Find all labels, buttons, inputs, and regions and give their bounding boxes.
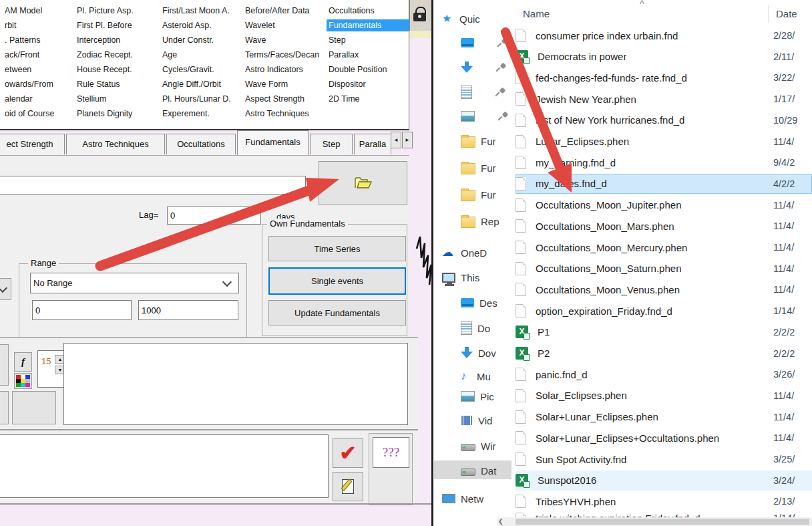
file-name[interactable]: P2 [538, 348, 550, 359]
file-row[interactable]: Occultations_Moon_Saturn.phen11/4/ [516, 259, 812, 279]
menu-item[interactable]: AM Model [3, 5, 44, 17]
menu-item[interactable]: First/Last Moon A. [160, 5, 232, 17]
sidebar-item-fur[interactable]: Fur [461, 133, 496, 149]
file-name[interactable]: my_earning.fnd_d [536, 157, 616, 168]
sidebar-item-fur[interactable]: Fur [461, 186, 496, 203]
file-row[interactable]: consumer price index urbain.fnd2/28/ [516, 25, 812, 45]
menu-item[interactable]: Double Position [327, 63, 389, 76]
menu-item[interactable]: Rule Status [75, 78, 122, 90]
menu-item[interactable]: etween [3, 63, 33, 76]
file-row[interactable]: Occultations_Moon_Venus.phen11/4/ [516, 279, 812, 299]
menu-item[interactable]: alendar [3, 93, 35, 105]
date-column-header[interactable]: Date [776, 8, 797, 19]
menu-item[interactable]: Asteroid Asp. [160, 19, 214, 31]
file-name[interactable]: option_expiration_Friday.fnd_d [536, 305, 672, 317]
scrollbar-thumb[interactable] [516, 519, 809, 525]
file-name[interactable]: P1 [538, 326, 550, 338]
menu-item[interactable]: oid of Course [3, 108, 56, 120]
file-row[interactable]: List of New York hurricanes.fnd_d10/29 [516, 110, 812, 130]
apply-button[interactable]: ✔ [333, 438, 363, 468]
sidebar-item-oned[interactable]: ☁OneD [442, 245, 487, 261]
file-row[interactable]: XSunspot20163/24/ [516, 471, 812, 491]
sidebar-item-do[interactable]: Do [461, 320, 490, 336]
horizontal-scrollbar[interactable]: ❮ [497, 517, 812, 526]
file-name[interactable]: Lunar_Eclipses.phen [536, 136, 629, 147]
file-row[interactable]: Solar+Lunar_Eclipses+Occultations.phen11… [516, 428, 812, 448]
tab-ect-strength[interactable]: ect Strength [0, 134, 65, 154]
menu-item[interactable]: First Pl. Before [75, 19, 134, 31]
file-row[interactable]: XP12/2/2 [516, 322, 812, 342]
file-row[interactable]: fed-changes-fed-funds- rate.fnd_d3/22/ [516, 68, 812, 88]
menu-item[interactable]: Wave [243, 34, 268, 46]
lock-icon[interactable] [413, 7, 427, 23]
file-name[interactable]: Sun Spot Activity.fnd [536, 454, 626, 465]
menu-item[interactable]: Before/After Data [243, 5, 312, 17]
sidebar-item-document[interactable] [461, 84, 505, 100]
sidebar-item-wir[interactable]: Wir [461, 438, 496, 454]
tab-occultations[interactable]: Occultations [166, 134, 236, 154]
sidebar-item-netw[interactable]: Netw [442, 491, 483, 507]
file-name[interactable]: my_dates.fnd_d [536, 178, 607, 189]
sidebar-item-rep[interactable]: Rep [461, 213, 499, 229]
tab-scroll-left-icon[interactable]: ◄ [391, 132, 401, 148]
tab-scroll-right-icon[interactable]: ► [402, 132, 413, 148]
range-from-input[interactable] [32, 300, 132, 320]
sidebar-item-des[interactable]: Des [461, 295, 497, 311]
scroll-left-icon[interactable]: ❮ [498, 518, 503, 525]
file-row[interactable]: Occultations_Moon_Mars.phen11/4/ [516, 216, 812, 236]
menu-item[interactable]: owards/From [3, 78, 55, 90]
update-fundamentals-button[interactable]: Update Fundamentals [268, 300, 406, 325]
menu-item[interactable]: Fundamentals [327, 19, 411, 31]
sidebar-item-downloads[interactable] [461, 59, 505, 76]
menu-item[interactable]: Astro Techniques [243, 108, 311, 120]
file-name[interactable]: Occultations_Moon_Saturn.phen [536, 263, 681, 274]
menu-item[interactable]: Wavelet [243, 19, 277, 31]
menu-item[interactable]: Step [327, 34, 348, 46]
menu-item[interactable]: House Recept. [75, 63, 134, 76]
file-name[interactable]: TribesYHVH.phen [536, 496, 616, 507]
menu-item[interactable]: Occultations [327, 5, 377, 17]
sidebar-item-dov[interactable]: Dov [461, 345, 496, 361]
file-row[interactable]: Jewish New Year.phen1/17/ [516, 89, 812, 109]
column-separator[interactable] [768, 5, 769, 23]
file-name[interactable]: Jewish New Year.phen [536, 94, 636, 105]
notes-panel[interactable] [0, 434, 329, 498]
file-row[interactable]: option_expiration_Friday.fnd_d1/14/ [516, 301, 812, 321]
menu-item[interactable]: Under Constr. [160, 34, 216, 46]
menu-item[interactable]: Zodiac Recept. [75, 49, 135, 61]
sidebar-item-fur[interactable]: Fur [461, 160, 496, 176]
sidebar-item-desktop[interactable] [461, 35, 507, 51]
menu-item[interactable]: Terms/Faces/Decan [243, 49, 321, 61]
function-button[interactable]: f [14, 352, 32, 372]
menu-item[interactable]: . Patterns [3, 34, 43, 46]
file-row[interactable]: my_earning.fnd_d9/4/2 [516, 152, 812, 172]
file-row[interactable]: XP22/2/2 [516, 344, 812, 364]
open-fundamentals-file-button[interactable] [319, 161, 407, 205]
sidebar-item-mu[interactable]: ♪Mu [461, 368, 491, 384]
file-name[interactable]: Occultations_Moon_Mercury.phen [536, 242, 687, 253]
file-name[interactable]: consumer price index urbain.fnd [536, 30, 678, 41]
menu-item[interactable]: Parallax [327, 49, 361, 61]
sidebar-item-quic[interactable]: ★Quic [442, 11, 480, 27]
menu-item[interactable]: Planets Dignity [75, 108, 134, 120]
tab-astro-techniques[interactable]: Astro Techniques [66, 134, 165, 154]
name-column-header[interactable]: Name [523, 8, 550, 19]
clipped-button-top[interactable] [0, 344, 9, 386]
file-row[interactable]: Occultations_Moon_Mercury.phen11/4/ [516, 237, 812, 257]
file-name[interactable]: Democrats in power [538, 51, 626, 62]
file-row[interactable]: my_dates.fnd_d4/2/2 [516, 174, 812, 194]
range-to-input[interactable] [138, 300, 238, 320]
file-name[interactable]: Occultations_Moon_Mars.phen [536, 221, 674, 232]
menu-item[interactable]: Pl. Picture Asp. [75, 5, 136, 17]
file-name[interactable]: Occultations_Moon_Jupiter.phen [536, 199, 681, 211]
file-name[interactable]: Solar+Lunar_Eclipses.phen [536, 411, 658, 422]
file-name[interactable]: Solar+Lunar_Eclipses+Occultations.phen [536, 432, 719, 444]
fundamentals-file-input[interactable] [0, 176, 306, 194]
tab-paralla[interactable]: Paralla [354, 134, 391, 154]
file-name[interactable]: List of New York hurricanes.fnd_d [536, 114, 684, 126]
clipped-combo-button[interactable] [0, 278, 11, 300]
file-row[interactable]: Occultations_Moon_Jupiter.phen11/4/ [516, 195, 812, 215]
file-name[interactable]: Sunspot2016 [538, 475, 596, 486]
time-series-button[interactable]: Time Series [268, 236, 406, 261]
menu-item[interactable]: Aspect Strength [243, 93, 307, 105]
